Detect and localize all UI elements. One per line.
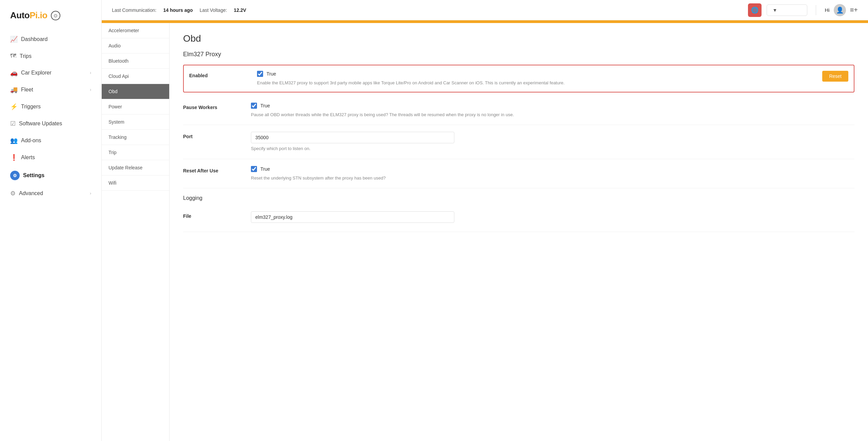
page-title: Obd — [183, 33, 854, 44]
hamburger-menu-icon[interactable]: ≡+ — [850, 6, 858, 14]
settings-icon: ⚙ — [10, 171, 20, 180]
setting-label-enabled: Enabled — [189, 71, 250, 78]
checkbox-row-pause-workers: True — [251, 103, 854, 109]
settings-nav: Accelerometer Audio Bluetooth Cloud Api … — [102, 23, 170, 441]
logo-text: AutoPi.io — [10, 10, 47, 21]
alerts-icon: ❗ — [10, 154, 18, 161]
sidebar-item-add-ons[interactable]: 👥 Add-ons — [0, 132, 101, 149]
sidebar: AutoPi.io ⊙ 📈 Dashboard 🗺 Trips 🚗 Car Ex… — [0, 0, 102, 441]
sidebar-label-add-ons: Add-ons — [21, 138, 41, 144]
chevron-right-icon: › — [90, 191, 91, 196]
sidebar-nav: 📈 Dashboard 🗺 Trips 🚗 Car Explorer › 🚚 F… — [0, 31, 101, 441]
enabled-value-label: True — [267, 71, 276, 77]
chevron-right-icon: › — [90, 87, 91, 92]
setting-label-port: Port — [183, 132, 244, 139]
sidebar-item-fleet[interactable]: 🚚 Fleet › — [0, 81, 101, 98]
section2-title: Logging — [183, 195, 854, 201]
reset-after-use-checkbox[interactable] — [251, 166, 257, 172]
language-dropdown[interactable]: ▼ — [767, 4, 807, 16]
enabled-description: Enable the ELM327 proxy to support 3rd p… — [257, 80, 819, 86]
sidebar-item-alerts[interactable]: ❗ Alerts — [0, 149, 101, 166]
setting-control-port: Specify which port to listen on. — [251, 132, 854, 152]
section-title: Elm327 Proxy — [183, 51, 854, 58]
content-area: Accelerometer Audio Bluetooth Cloud Api … — [102, 23, 868, 441]
globe-button[interactable]: 🌐 — [748, 3, 762, 17]
main: Last Communication: 14 hours ago Last Vo… — [102, 0, 868, 441]
topbar-divider — [816, 5, 816, 15]
sidebar-label-triggers: Triggers — [21, 104, 41, 110]
avatar: 👤 — [834, 4, 846, 16]
settings-nav-accelerometer[interactable]: Accelerometer — [102, 23, 169, 38]
settings-nav-power[interactable]: Power — [102, 99, 169, 114]
sidebar-item-car-explorer[interactable]: 🚗 Car Explorer › — [0, 64, 101, 81]
settings-nav-obd[interactable]: Obd — [102, 84, 169, 99]
sidebar-item-advanced[interactable]: ⚙ Advanced › — [0, 185, 101, 202]
dropdown-arrow-icon: ▼ — [772, 7, 777, 13]
enabled-checkbox[interactable] — [257, 71, 263, 77]
setting-row-file: File — [183, 205, 854, 232]
sidebar-label-trips: Trips — [20, 53, 32, 59]
port-description: Specify which port to listen on. — [251, 145, 854, 152]
setting-label-pause-workers: Pause Workers — [183, 103, 244, 110]
setting-row-enabled: Enabled True Enable the ELM327 proxy to … — [183, 65, 854, 92]
pause-workers-checkbox[interactable] — [251, 103, 257, 109]
checkbox-row-reset-after-use: True — [251, 166, 854, 172]
sidebar-label-car-explorer: Car Explorer — [21, 70, 52, 76]
checkbox-row-enabled: True — [257, 71, 819, 77]
setting-control-pause-workers: True Pause all OBD worker threads while … — [251, 103, 854, 118]
pause-workers-value-label: True — [260, 103, 270, 108]
sidebar-item-triggers[interactable]: ⚡ Triggers — [0, 98, 101, 115]
settings-content: Obd Elm327 Proxy Enabled True Enable the… — [170, 23, 868, 441]
sidebar-label-fleet: Fleet — [21, 87, 33, 93]
reset-after-use-value-label: True — [260, 166, 270, 172]
settings-nav-bluetooth[interactable]: Bluetooth — [102, 54, 169, 69]
pause-workers-description: Pause all OBD worker threads while the E… — [251, 111, 854, 118]
setting-label-file: File — [183, 211, 244, 219]
sidebar-item-settings[interactable]: ⚙ Settings — [0, 166, 101, 185]
setting-control-enabled: True Enable the ELM327 proxy to support … — [257, 71, 819, 86]
settings-nav-system[interactable]: System — [102, 114, 169, 130]
reset-after-use-description: Reset the underlying STN subsystem after… — [251, 175, 854, 182]
setting-row-reset-after-use: Reset After Use True Reset the underlyin… — [183, 159, 854, 189]
setting-control-file — [251, 211, 854, 225]
advanced-icon: ⚙ — [10, 190, 16, 197]
last-voltage-label: Last Voltage: — [200, 7, 227, 13]
last-communication-label: Last Communication: — [112, 7, 157, 13]
car-explorer-icon: 🚗 — [10, 69, 18, 77]
sidebar-item-trips[interactable]: 🗺 Trips — [0, 48, 101, 64]
settings-nav-tracking[interactable]: Tracking — [102, 130, 169, 145]
triggers-icon: ⚡ — [10, 103, 18, 110]
file-input[interactable] — [251, 211, 454, 223]
settings-nav-wifi[interactable]: Wifi — [102, 175, 169, 191]
settings-nav-trip[interactable]: Trip — [102, 145, 169, 160]
dashboard-icon: 📈 — [10, 36, 18, 43]
reset-button[interactable]: Reset — [822, 71, 848, 82]
sidebar-item-dashboard[interactable]: 📈 Dashboard — [0, 31, 101, 48]
settings-nav-update-release[interactable]: Update Release — [102, 160, 169, 175]
topbar-left: Last Communication: 14 hours ago Last Vo… — [112, 7, 246, 13]
hi-section: Hi 👤 ≡+ — [825, 4, 858, 16]
settings-nav-audio[interactable]: Audio — [102, 38, 169, 54]
trips-icon: 🗺 — [10, 52, 16, 60]
settings-nav-cloud-api[interactable]: Cloud Api — [102, 69, 169, 84]
sidebar-label-alerts: Alerts — [21, 154, 35, 161]
setting-row-port: Port Specify which port to listen on. — [183, 125, 854, 159]
last-voltage-value: 12.2V — [234, 7, 246, 13]
sidebar-label-software-updates: Software Updates — [19, 121, 62, 127]
topbar: Last Communication: 14 hours ago Last Vo… — [102, 0, 868, 20]
target-icon[interactable]: ⊙ — [51, 11, 60, 20]
progress-bar — [102, 20, 868, 23]
topbar-right: 🌐 ▼ Hi 👤 ≡+ — [748, 3, 858, 17]
sidebar-item-software-updates[interactable]: ☑ Software Updates — [0, 115, 101, 132]
sidebar-label-settings: Settings — [23, 172, 44, 178]
setting-row-pause-workers: Pause Workers True Pause all OBD worker … — [183, 96, 854, 125]
logo-accent: Pi — [29, 10, 38, 20]
hi-text: Hi — [825, 7, 829, 13]
port-input[interactable] — [251, 132, 454, 143]
fleet-icon: 🚚 — [10, 86, 18, 93]
setting-control-reset-after-use: True Reset the underlying STN subsystem … — [251, 166, 854, 182]
software-updates-icon: ☑ — [10, 120, 16, 127]
sidebar-label-dashboard: Dashboard — [21, 36, 47, 42]
sidebar-label-advanced: Advanced — [19, 190, 43, 196]
logo-suffix: .io — [38, 10, 47, 20]
